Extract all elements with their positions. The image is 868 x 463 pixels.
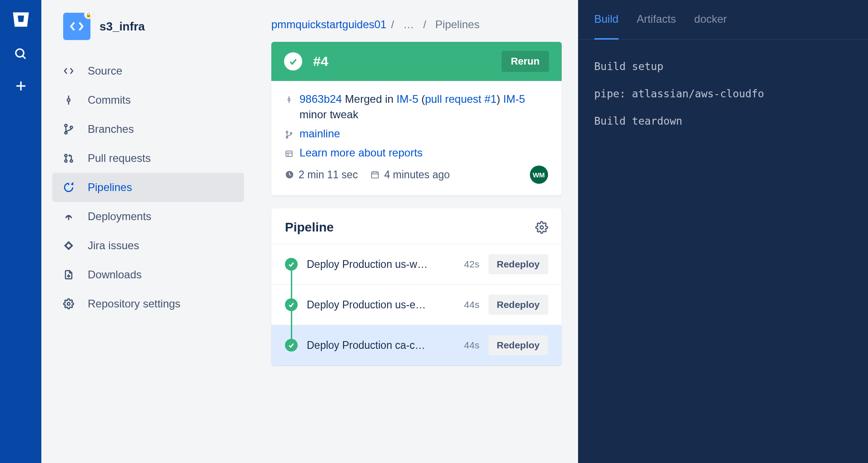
repo-sidebar: 🔒 s3_infra SourceCommitsBranchesPull req… (41, 0, 255, 463)
main-content: pmmquickstartguides01/…/Pipelines #4 Rer… (255, 0, 578, 463)
duration: 2 min 11 sec (285, 169, 358, 181)
pipelines-icon (62, 182, 75, 193)
nav-item-commits[interactable]: Commits (52, 86, 244, 115)
nav-item-downloads[interactable]: Downloads (52, 260, 244, 289)
branches-icon (62, 124, 75, 135)
pipeline-card: Pipeline Deploy Production us-w…42sRedep… (271, 208, 562, 365)
svg-point-20 (286, 131, 288, 133)
nav-label: Repository settings (88, 297, 180, 310)
svg-point-17 (288, 99, 290, 101)
svg-point-31 (540, 226, 543, 229)
avatar[interactable]: WM (530, 166, 548, 184)
stage-name: Deploy Production us-e… (307, 299, 455, 311)
nav-item-branches[interactable]: Branches (52, 115, 244, 144)
bitbucket-logo-icon[interactable] (11, 10, 30, 29)
stage-duration: 44s (464, 340, 479, 351)
breadcrumb-ellipsis[interactable]: … (403, 18, 414, 30)
commit-hash-link[interactable]: 9863b24 (299, 93, 342, 105)
stage-duration: 42s (464, 259, 479, 270)
nav-label: Deployments (88, 210, 151, 223)
success-icon (285, 258, 298, 271)
nav-label: Jira issues (88, 239, 139, 252)
nav-label: Source (88, 65, 122, 77)
svg-point-22 (290, 132, 292, 134)
nav-item-source[interactable]: Source (52, 56, 244, 86)
run-number: #4 (313, 54, 328, 69)
log-body: Build setuppipe: atlassian/aws-cloudfoBu… (578, 40, 868, 148)
repo-name: s3_infra (100, 20, 145, 34)
nav-item-deployments[interactable]: Deployments (52, 202, 244, 231)
redeploy-button[interactable]: Redeploy (489, 335, 548, 355)
repo-settings-icon (62, 298, 75, 309)
stage-row[interactable]: Deploy Production us-w…42sRedeploy (271, 244, 562, 284)
svg-point-16 (67, 302, 70, 305)
relative-time: 4 minutes ago (370, 169, 449, 181)
success-icon (285, 298, 298, 311)
stage-row[interactable]: Deploy Production us-e…44sRedeploy (271, 284, 562, 325)
branch-link[interactable]: mainline (299, 127, 340, 140)
redeploy-button[interactable]: Redeploy (489, 295, 548, 315)
issue-link-2[interactable]: IM-5 (503, 93, 525, 105)
jira-issues-icon (62, 240, 75, 251)
add-icon[interactable] (14, 79, 28, 93)
log-panel: BuildArtifactsdocker Build setuppipe: at… (578, 0, 868, 463)
svg-point-10 (65, 155, 67, 157)
branch-icon (285, 130, 293, 139)
rerun-button[interactable]: Rerun (502, 51, 549, 72)
svg-rect-27 (372, 172, 379, 178)
global-rail (0, 0, 41, 463)
svg-line-1 (22, 56, 25, 59)
deployments-icon (62, 211, 75, 222)
stage-duration: 44s (464, 299, 479, 310)
svg-point-4 (67, 99, 70, 101)
log-tab-docker[interactable]: docker (694, 13, 727, 31)
nav-item-pipelines[interactable]: Pipelines (52, 173, 244, 202)
issue-link-1[interactable]: IM-5 (397, 93, 419, 105)
success-icon (285, 339, 298, 352)
lock-icon: 🔒 (84, 10, 93, 19)
nav-item-pull-requests[interactable]: Pull requests (52, 144, 244, 173)
commits-icon (62, 95, 75, 106)
svg-point-0 (15, 49, 24, 57)
commit-message: minor tweak (299, 108, 525, 121)
log-tabs: BuildArtifactsdocker (578, 13, 868, 40)
repo-header: 🔒 s3_infra (52, 13, 244, 40)
log-tab-artifacts[interactable]: Artifacts (637, 13, 676, 31)
search-icon[interactable] (14, 47, 28, 61)
pipeline-title: Pipeline (285, 220, 334, 235)
log-line[interactable]: pipe: atlassian/aws-cloudfo (594, 81, 852, 108)
nav-label: Pull requests (88, 152, 151, 165)
svg-point-9 (70, 126, 73, 129)
gear-icon[interactable] (535, 221, 548, 234)
reports-icon (285, 150, 293, 158)
svg-rect-23 (286, 151, 292, 156)
nav-item-repo-settings[interactable]: Repository settings (52, 289, 244, 318)
svg-point-12 (70, 160, 73, 162)
stage-name: Deploy Production ca-c… (307, 339, 455, 352)
reports-link[interactable]: Learn more about reports (299, 146, 423, 159)
nav-label: Pipelines (88, 181, 132, 194)
breadcrumb-current: Pipelines (435, 18, 479, 30)
run-header: #4 Rerun (271, 42, 562, 81)
success-icon (284, 52, 302, 70)
nav-item-jira-issues[interactable]: Jira issues (52, 231, 244, 260)
breadcrumb-root[interactable]: pmmquickstartguides01 (271, 18, 386, 30)
svg-point-7 (65, 125, 67, 127)
log-line[interactable]: Build setup (594, 53, 852, 81)
redeploy-button[interactable]: Redeploy (489, 254, 548, 274)
log-line[interactable]: Build teardown (594, 108, 852, 135)
repo-icon: 🔒 (63, 13, 90, 40)
commit-icon (285, 95, 293, 105)
source-icon (62, 65, 75, 76)
pull-requests-icon (62, 153, 75, 164)
nav-label: Downloads (88, 268, 142, 281)
svg-point-11 (65, 160, 67, 162)
stage-name: Deploy Production us-w… (307, 258, 455, 271)
downloads-icon (62, 269, 75, 280)
nav-label: Branches (88, 123, 134, 136)
nav-label: Commits (88, 94, 131, 106)
log-tab-build[interactable]: Build (594, 13, 619, 40)
run-details-card: 9863b24 Merged in IM-5 (pull request #1)… (271, 81, 562, 196)
pr-link[interactable]: pull request #1 (425, 93, 496, 105)
stage-row[interactable]: Deploy Production ca-c…44sRedeploy (271, 325, 562, 365)
